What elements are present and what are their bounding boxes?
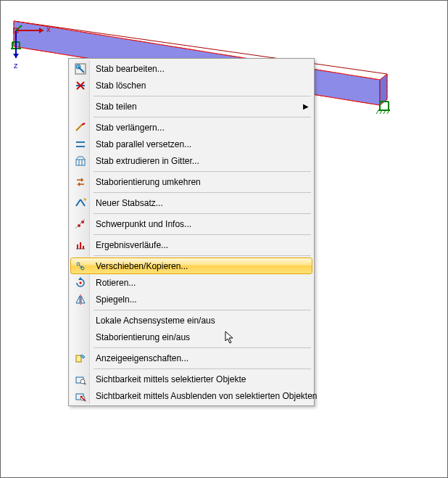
svg-line-33 xyxy=(76,157,78,160)
extrude-grid-icon xyxy=(71,153,90,168)
menu-item-result-diagrams[interactable]: Ergebnisverläufe... xyxy=(70,236,312,253)
svg-rect-44 xyxy=(80,242,81,249)
svg-line-7 xyxy=(376,110,378,114)
parallel-offset-icon xyxy=(71,136,90,152)
menu-item-divide-member[interactable]: Stab teilen▶ xyxy=(70,98,312,115)
display-props-icon xyxy=(71,350,90,366)
centroid-icon xyxy=(71,216,90,231)
menu-item-label: Sichtbarkeit mittels Ausblenden von sele… xyxy=(90,391,318,401)
menu-item-extrude-grid[interactable]: Stab extrudieren in Gitter... xyxy=(70,152,312,169)
menu-item-label: Anzeigeeigenschaften... xyxy=(90,353,312,363)
menu-item-label: Verschieben/Kopieren... xyxy=(90,261,312,271)
menu-item-label: Staborientierung umkehren xyxy=(90,177,312,187)
axis-label-x: x xyxy=(46,25,51,33)
context-menu: Stab bearbeiten...Stab löschenStab teile… xyxy=(68,58,315,406)
no-icon xyxy=(71,329,90,345)
model-viewport[interactable]: x z Stab bearbeiten...Stab löschenStab t… xyxy=(1,1,447,477)
no-icon xyxy=(71,313,90,328)
menu-item-label: Spiegeln... xyxy=(90,294,312,305)
menu-item-label: Staborientierung ein/aus xyxy=(90,332,312,342)
menu-item-label: Lokale Achsensysteme ein/aus xyxy=(90,316,312,326)
menu-item-label: Stab verlängern... xyxy=(90,123,312,133)
delete-member-icon xyxy=(71,78,90,93)
menu-item-vis-by-selected[interactable]: Sichtbarkeit mittels selektierter Objekt… xyxy=(70,371,312,387)
menu-item-label: Neuer Stabsatz... xyxy=(90,198,312,208)
menu-item-label: Ergebnisverläufe... xyxy=(90,240,312,250)
svg-rect-43 xyxy=(77,244,78,249)
rotate-icon xyxy=(71,275,90,290)
mirror-icon xyxy=(71,292,90,307)
visibility-hide-icon xyxy=(71,388,90,403)
svg-line-27 xyxy=(82,123,85,125)
submenu-arrow-icon: ▶ xyxy=(300,102,312,110)
svg-rect-45 xyxy=(83,246,84,249)
svg-line-36 xyxy=(76,199,80,206)
menu-item-display-props[interactable]: Anzeigeeigenschaften... xyxy=(70,350,312,366)
menu-item-label: Stab extrudieren in Gitter... xyxy=(90,156,312,166)
svg-text:✶: ✶ xyxy=(83,197,86,203)
visibility-keep-icon xyxy=(71,371,90,387)
menu-item-edit-member[interactable]: Stab bearbeiten... xyxy=(70,60,312,77)
svg-marker-18 xyxy=(13,54,19,58)
menu-item-local-axes[interactable]: Lokale Achsensysteme ein/aus xyxy=(70,312,312,329)
menu-item-mirror[interactable]: Spiegeln... xyxy=(70,291,312,308)
new-set-icon: ✶ xyxy=(71,195,90,210)
svg-point-49 xyxy=(80,281,82,284)
menu-item-label: Stab parallel versetzen... xyxy=(90,139,312,149)
menu-item-rotate[interactable]: Rotieren... xyxy=(70,274,312,291)
extend-member-icon xyxy=(71,120,90,135)
menu-item-new-memberset[interactable]: ✶Neuer Stabsatz... xyxy=(70,194,312,211)
menu-item-extend-member[interactable]: Stab verlängern... xyxy=(70,119,312,136)
menu-item-label: Stab teilen xyxy=(90,102,300,112)
app-frame: x z Stab bearbeiten...Stab löschenStab t… xyxy=(0,0,448,478)
reverse-orient-icon xyxy=(71,174,90,189)
move-copy-icon xyxy=(71,258,90,273)
menu-item-offset-parallel[interactable]: Stab parallel versetzen... xyxy=(70,136,312,152)
svg-rect-30 xyxy=(76,160,85,165)
menu-item-label: Rotieren... xyxy=(90,278,312,288)
menu-item-delete-member[interactable]: Stab löschen xyxy=(70,77,312,94)
menu-item-orient-onoff[interactable]: Staborientierung ein/aus xyxy=(70,329,312,345)
menu-item-move-copy[interactable]: Verschieben/Kopieren... xyxy=(70,257,312,274)
menu-item-vis-hide-selected[interactable]: Sichtbarkeit mittels Ausblenden von sele… xyxy=(70,387,312,404)
svg-line-34 xyxy=(83,157,85,160)
axis-label-z: z xyxy=(14,61,18,70)
edit-member-icon xyxy=(71,61,90,76)
svg-line-57 xyxy=(84,383,86,384)
menu-item-label: Schwerpunkt und Infos... xyxy=(90,219,312,229)
menu-item-centroid-info[interactable]: Schwerpunkt und Infos... xyxy=(70,215,312,232)
svg-line-26 xyxy=(76,125,82,131)
svg-marker-52 xyxy=(81,296,85,303)
svg-marker-48 xyxy=(78,277,83,280)
menu-item-reverse-orient[interactable]: Staborientierung umkehren xyxy=(70,173,312,190)
svg-marker-51 xyxy=(76,296,80,303)
result-diagram-icon xyxy=(71,237,90,252)
no-icon xyxy=(71,99,90,114)
menu-item-label: Sichtbarkeit mittels selektierter Objekt… xyxy=(90,374,312,384)
svg-line-41 xyxy=(75,219,85,228)
menu-item-label: Stab bearbeiten... xyxy=(90,64,312,74)
menu-item-label: Stab löschen xyxy=(90,81,312,91)
